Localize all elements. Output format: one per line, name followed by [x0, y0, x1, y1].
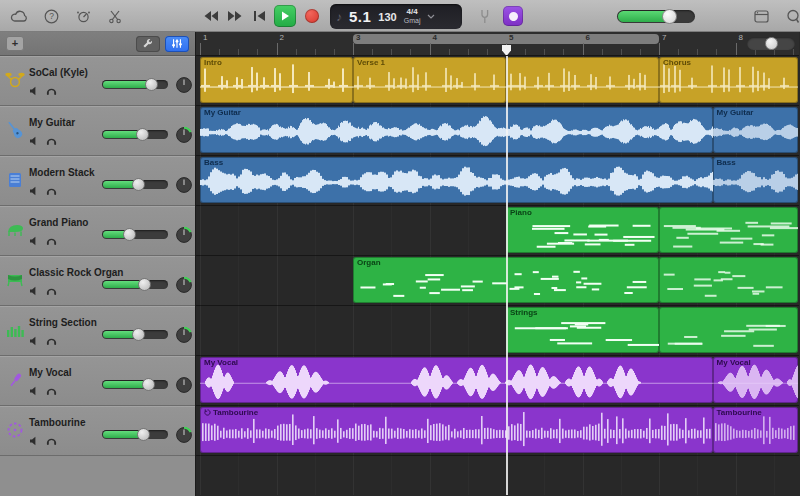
track-volume-slider[interactable] [102, 380, 168, 389]
playhead[interactable] [506, 56, 508, 495]
track-row[interactable]: SoCal (Kyle) [0, 56, 195, 106]
mute-button[interactable] [29, 332, 39, 350]
play-button[interactable] [274, 5, 296, 27]
track-volume-slider[interactable] [102, 180, 168, 189]
master-volume-slider[interactable] [617, 10, 695, 23]
ruler-tick [640, 49, 641, 56]
ruler-tick [468, 49, 469, 56]
pan-knob[interactable] [175, 376, 193, 394]
add-track-button[interactable]: + [6, 36, 24, 51]
region[interactable]: Piano [506, 207, 659, 253]
zoom-slider[interactable] [747, 37, 795, 50]
playhead-pin[interactable] [502, 45, 511, 56]
pan-knob[interactable] [175, 76, 193, 94]
track-row[interactable]: Grand Piano [0, 206, 195, 256]
region[interactable]: Chorus [659, 57, 798, 103]
track-volume-knob[interactable] [145, 78, 158, 91]
app-badge-icon[interactable] [503, 6, 523, 26]
region[interactable] [659, 307, 798, 353]
pan-knob[interactable] [175, 326, 193, 344]
mute-button[interactable] [29, 282, 39, 300]
region[interactable]: Bass [713, 157, 798, 203]
track-row[interactable]: My Guitar [0, 106, 195, 156]
mute-button[interactable] [29, 182, 39, 200]
track-controls-button[interactable] [165, 36, 189, 52]
editor-scissors-icon[interactable] [104, 5, 126, 27]
solo-button[interactable] [46, 332, 57, 350]
region[interactable]: Strings [506, 307, 659, 353]
arrange-area: 12345678 IntroVerse 1ChorusMy GuitarMy G… [196, 32, 799, 496]
mute-button[interactable] [29, 232, 39, 250]
solo-button[interactable] [46, 132, 57, 150]
track-volume-knob[interactable] [132, 178, 145, 191]
track-volume-knob[interactable] [136, 128, 149, 141]
region[interactable]: Tambourine [713, 407, 798, 453]
go-to-beginning-button[interactable] [250, 7, 268, 25]
pan-knob[interactable] [175, 176, 193, 194]
zoom-knob[interactable] [765, 37, 778, 50]
lcd-display[interactable]: ♪ 5.1 130 4/4 Gmaj [330, 4, 462, 29]
track-volume-slider[interactable] [102, 330, 168, 339]
track-config-button[interactable] [136, 36, 160, 52]
fast-forward-button[interactable] [226, 7, 244, 25]
rewind-button[interactable] [202, 7, 220, 25]
region[interactable]: Bass [200, 157, 713, 203]
smart-controls-icon[interactable] [72, 5, 94, 27]
media-browser-icon[interactable] [750, 5, 772, 27]
pan-knob[interactable] [175, 426, 193, 444]
region[interactable]: Tambourine [200, 407, 713, 453]
cloud-icon[interactable] [8, 5, 30, 27]
track-mute-solo [29, 182, 57, 200]
track-volume-slider[interactable] [102, 130, 168, 139]
solo-button[interactable] [46, 232, 57, 250]
track-row[interactable]: Classic Rock Organ [0, 256, 195, 306]
track-row[interactable]: String Section [0, 306, 195, 356]
region[interactable]: My Vocal [713, 357, 798, 403]
region[interactable]: Verse 1 [353, 57, 506, 103]
ruler-tick [353, 43, 354, 56]
master-volume-knob[interactable] [662, 9, 677, 24]
solo-button[interactable] [46, 382, 57, 400]
track-mute-solo [29, 332, 57, 350]
track-volume-knob[interactable] [137, 428, 150, 441]
region[interactable] [659, 207, 798, 253]
track-volume-knob[interactable] [123, 228, 136, 241]
track-volume-slider[interactable] [102, 230, 168, 239]
region[interactable] [506, 57, 659, 103]
chevron-down-icon[interactable] [427, 14, 435, 19]
track-volume-slider[interactable] [102, 430, 168, 439]
track-volume-slider[interactable] [102, 80, 168, 89]
mute-button[interactable] [29, 382, 39, 400]
help-icon[interactable]: ? [40, 5, 62, 27]
region-label-text: My Vocal [717, 358, 751, 367]
region-label: Bass [713, 157, 740, 168]
record-button[interactable] [305, 9, 319, 23]
region[interactable] [659, 257, 798, 303]
solo-button[interactable] [46, 282, 57, 300]
region-label [659, 207, 667, 209]
track-volume-slider[interactable] [102, 280, 168, 289]
loop-browser-icon[interactable] [782, 5, 800, 27]
pan-knob[interactable] [175, 276, 193, 294]
mute-button[interactable] [29, 432, 39, 450]
tuner-icon[interactable] [478, 0, 491, 32]
mute-button[interactable] [29, 82, 39, 100]
solo-button[interactable] [46, 182, 57, 200]
region[interactable]: Intro [200, 57, 353, 103]
mute-button[interactable] [29, 132, 39, 150]
solo-button[interactable] [46, 82, 57, 100]
track-row[interactable]: My Vocal [0, 356, 195, 406]
track-row[interactable]: Modern Stack [0, 156, 195, 206]
region-label-text: My Guitar [717, 108, 754, 117]
region[interactable]: My Vocal [200, 357, 713, 403]
track-volume-knob[interactable] [138, 278, 151, 291]
track-row[interactable]: Tambourine [0, 406, 195, 456]
timeline-ruler[interactable]: 12345678 [196, 32, 799, 56]
region[interactable]: My Guitar [713, 107, 798, 153]
pan-knob[interactable] [175, 226, 193, 244]
pan-knob[interactable] [175, 126, 193, 144]
track-volume-knob[interactable] [132, 328, 145, 341]
region[interactable]: My Guitar [200, 107, 713, 153]
track-volume-knob[interactable] [142, 378, 155, 391]
solo-button[interactable] [46, 432, 57, 450]
